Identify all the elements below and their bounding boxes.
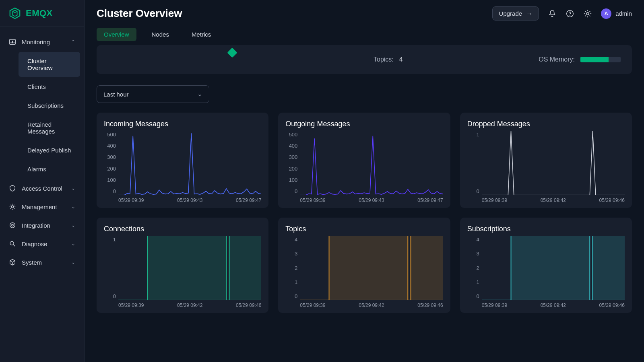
svg-point-11 <box>570 15 570 16</box>
sidebar-group-label: System <box>22 259 42 266</box>
y-tick: 200 <box>107 166 116 172</box>
sidebar-group-monitoring[interactable]: Monitoring ⌃ <box>0 33 84 51</box>
sidebar-group-label: Monitoring <box>22 39 50 45</box>
chevron-down-icon: ⌄ <box>71 259 75 265</box>
y-tick: 0 <box>113 293 116 299</box>
chevron-down-icon: ⌄ <box>71 204 75 210</box>
help-icon[interactable] <box>566 9 574 18</box>
chart-bar-icon <box>9 38 16 45</box>
tab-overview[interactable]: Overview <box>97 28 136 41</box>
y-tick: 2 <box>476 265 479 271</box>
chart-plot <box>118 131 261 195</box>
chart-card: Topics4321005/29 09:3905/29 09:4205/29 0… <box>278 218 450 313</box>
sidebar-item-retained-messages[interactable]: Retained Messages <box>19 115 80 140</box>
magnifier-icon <box>9 240 16 247</box>
sidebar-item-clients[interactable]: Clients <box>19 78 80 96</box>
svg-point-6 <box>10 223 15 228</box>
chart-y-axis: 5004003002001000 <box>285 131 300 203</box>
svg-point-7 <box>12 224 14 226</box>
stats-card: Topics: 4 OS Memory: <box>97 45 632 74</box>
svg-rect-3 <box>12 41 13 43</box>
chart-card: Connections1005/29 09:3905/29 09:4205/29… <box>97 218 268 313</box>
nav: Monitoring ⌃ Cluster Overview Clients Su… <box>0 27 84 272</box>
x-tick: 05/29 09:42 <box>177 302 202 308</box>
x-tick: 05/29 09:47 <box>417 197 443 203</box>
sidebar-item-cluster-overview[interactable]: Cluster Overview <box>19 52 80 77</box>
x-tick: 05/29 09:42 <box>541 197 566 203</box>
svg-rect-4 <box>14 42 14 43</box>
osmem-bar <box>580 57 621 62</box>
x-tick: 05/29 09:39 <box>482 197 507 203</box>
svg-point-5 <box>11 206 13 208</box>
user-name: admin <box>615 10 632 17</box>
y-tick: 3 <box>476 251 479 257</box>
chart-title: Topics <box>285 225 443 233</box>
chart-grid: Incoming Messages500400300200100005/29 0… <box>97 113 632 313</box>
y-tick: 0 <box>476 293 479 299</box>
plug-icon <box>9 222 16 229</box>
chart-title: Dropped Messages <box>467 120 625 128</box>
stat-topics-label: Topics: <box>374 56 394 63</box>
chart-title: Connections <box>104 225 261 233</box>
y-tick: 300 <box>289 154 298 160</box>
chevron-down-icon: ⌄ <box>197 90 202 98</box>
sidebar-item-delayed-publish[interactable]: Delayed Publish <box>19 141 80 159</box>
sidebar-group-diagnose[interactable]: Diagnose ⌄ <box>0 234 84 253</box>
sidebar-group-monitoring-items: Cluster Overview Clients Subscriptions R… <box>0 52 84 178</box>
chevron-down-icon: ⌄ <box>71 241 75 247</box>
x-tick: 05/29 09:47 <box>236 197 261 203</box>
sidebar-group-system[interactable]: System ⌄ <box>0 253 84 272</box>
upgrade-button[interactable]: Upgrade → <box>492 6 539 21</box>
y-tick: 1 <box>476 132 479 138</box>
node-icon <box>227 47 237 58</box>
chart-plot <box>300 131 443 195</box>
y-tick: 4 <box>476 237 479 243</box>
y-tick: 1 <box>113 237 116 243</box>
user-menu[interactable]: A admin <box>601 8 632 19</box>
sidebar-group-access-control[interactable]: Access Control ⌄ <box>0 179 84 197</box>
sidebar-item-subscriptions[interactable]: Subscriptions <box>19 97 80 115</box>
x-tick: 05/29 09:42 <box>359 302 384 308</box>
topbar-right: Upgrade → A admin <box>492 6 632 21</box>
svg-point-8 <box>10 241 14 245</box>
x-tick: 05/29 09:43 <box>359 197 384 203</box>
chart-x-axis: 05/29 09:3905/29 09:4305/29 09:47 <box>118 195 261 203</box>
y-tick: 2 <box>295 265 297 271</box>
chart-title: Outgoing Messages <box>285 120 443 128</box>
cube-icon <box>9 259 16 266</box>
tab-metrics[interactable]: Metrics <box>184 28 218 41</box>
sidebar-group-management[interactable]: Management ⌄ <box>0 197 84 216</box>
chart-plot <box>482 236 625 300</box>
time-range-value: Last hour <box>103 91 129 98</box>
chart-y-axis: 43210 <box>467 236 482 308</box>
y-tick: 100 <box>289 177 298 183</box>
x-tick: 05/29 09:39 <box>482 302 507 308</box>
y-tick: 400 <box>289 143 298 149</box>
chart-title: Subscriptions <box>467 225 625 233</box>
x-tick: 05/29 09:46 <box>599 302 625 308</box>
x-tick: 05/29 09:46 <box>417 302 443 308</box>
time-range-select[interactable]: Last hour ⌄ <box>97 85 209 103</box>
chart-card: Dropped Messages1005/29 09:3905/29 09:42… <box>460 113 632 208</box>
stat-osmem-label: OS Memory: <box>539 56 575 63</box>
stat-topics-value: 4 <box>399 56 403 63</box>
brand-name: EMQX <box>26 8 53 19</box>
chart-x-axis: 05/29 09:3905/29 09:4205/29 09:46 <box>118 300 261 308</box>
y-tick: 0 <box>295 188 297 194</box>
y-tick: 500 <box>289 132 298 138</box>
arrow-right-icon: → <box>526 10 532 17</box>
x-tick: 05/29 09:39 <box>300 302 325 308</box>
bell-icon[interactable] <box>548 9 557 18</box>
sidebar-group-integration[interactable]: Integration ⌄ <box>0 216 84 234</box>
sidebar-item-alarms[interactable]: Alarms <box>19 160 80 178</box>
chart-y-axis: 10 <box>467 131 482 203</box>
x-tick: 05/29 09:39 <box>118 197 144 203</box>
upgrade-label: Upgrade <box>499 10 522 17</box>
y-tick: 200 <box>289 166 298 172</box>
settings-icon[interactable] <box>583 9 592 18</box>
tab-nodes[interactable]: Nodes <box>144 28 176 41</box>
svg-marker-0 <box>10 8 20 19</box>
x-tick: 05/29 09:43 <box>177 197 202 203</box>
chart-plot <box>118 236 261 300</box>
x-tick: 05/29 09:46 <box>599 197 625 203</box>
